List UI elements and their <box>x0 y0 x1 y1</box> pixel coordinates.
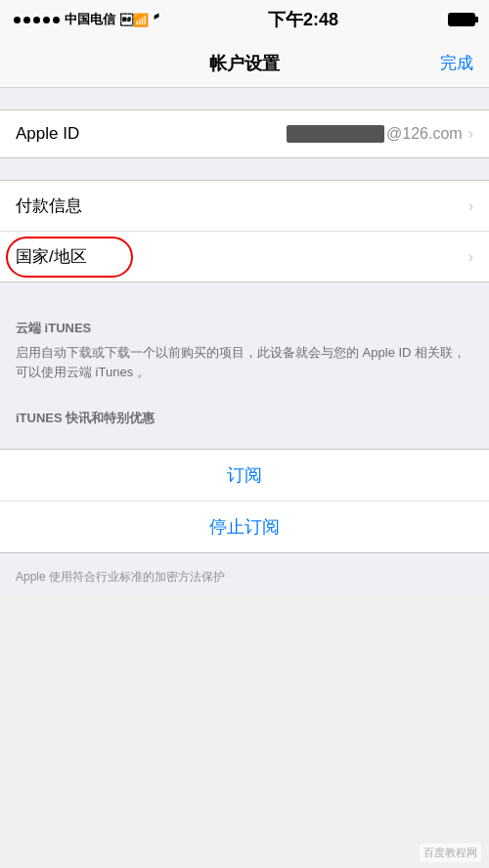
payment-value: › <box>465 197 473 215</box>
unsubscribe-row[interactable]: 停止订阅 <box>0 501 489 552</box>
status-time: 下午2:48 <box>268 8 338 31</box>
itunes-header: 云端 iTUNES <box>16 320 473 337</box>
country-label: 国家/地区 <box>16 245 87 268</box>
apple-id-row[interactable]: Apple ID @126.com › <box>0 110 489 157</box>
itunes-body: 启用自动下载或下载一个以前购买的项目，此设备就会与您的 Apple ID 相关联… <box>16 343 473 382</box>
unsubscribe-button[interactable]: 停止订阅 <box>209 515 280 539</box>
email-domain: @126.com <box>386 125 463 143</box>
content-area: Apple ID @126.com › 付款信息 › 国家/地区 › 云端 iT… <box>0 88 489 595</box>
itunes-gap <box>0 390 489 404</box>
chevron-icon: › <box>468 125 473 143</box>
section-gap-3 <box>0 282 489 304</box>
nav-bar: 帐户设置 完成 <box>0 39 489 88</box>
carrier-label: 中国电信 <box>65 11 115 28</box>
itunes-description-section: 云端 iTUNES 启用自动下载或下载一个以前购买的项目，此设备就会与您的 Ap… <box>0 304 489 390</box>
email-masked <box>287 125 384 143</box>
apple-id-label: Apple ID <box>16 124 79 144</box>
country-chevron-icon: › <box>468 248 473 266</box>
itunes-news-label: iTUNES 快讯和特别优惠 <box>16 410 473 427</box>
subscribe-row[interactable]: 订阅 <box>0 450 489 501</box>
battery-icon <box>448 13 475 26</box>
signal-dots <box>14 17 60 23</box>
section-gap-1 <box>0 88 489 109</box>
itunes-news-section: iTUNES 快讯和特别优惠 <box>0 404 489 449</box>
status-bar: 中国电信 📶 𝅫 下午2:48 <box>0 0 489 39</box>
country-row[interactable]: 国家/地区 › <box>0 232 489 282</box>
nav-title: 帐户设置 <box>209 52 280 75</box>
watermark: 百度教程网 <box>420 844 481 862</box>
wifi-symbol: 𝅫 <box>154 11 158 28</box>
footer-text: Apple 使用符合行业标准的加密方法保护 <box>16 570 225 584</box>
subscribe-button[interactable]: 订阅 <box>227 463 262 487</box>
signal-dot-5 <box>53 17 60 23</box>
subscribe-section: 订阅 停止订阅 <box>0 449 489 553</box>
status-right <box>448 13 475 26</box>
signal-dot-4 <box>43 17 50 23</box>
footer-section: Apple 使用符合行业标准的加密方法保护 <box>0 553 489 595</box>
wifi-icon: 📶 <box>120 13 149 27</box>
payment-row[interactable]: 付款信息 › <box>0 181 489 232</box>
done-button[interactable]: 完成 <box>440 52 473 74</box>
country-value: › <box>465 248 473 266</box>
payment-country-section: 付款信息 › 国家/地区 › <box>0 180 489 282</box>
apple-id-value: @126.com › <box>287 125 473 143</box>
signal-dot-2 <box>23 17 30 23</box>
payment-label: 付款信息 <box>16 195 82 217</box>
status-left: 中国电信 📶 𝅫 <box>14 11 158 28</box>
payment-chevron-icon: › <box>468 197 473 215</box>
section-gap-2 <box>0 158 489 180</box>
signal-dot-1 <box>14 17 21 23</box>
apple-id-section: Apple ID @126.com › <box>0 109 489 158</box>
signal-dot-3 <box>33 17 40 23</box>
